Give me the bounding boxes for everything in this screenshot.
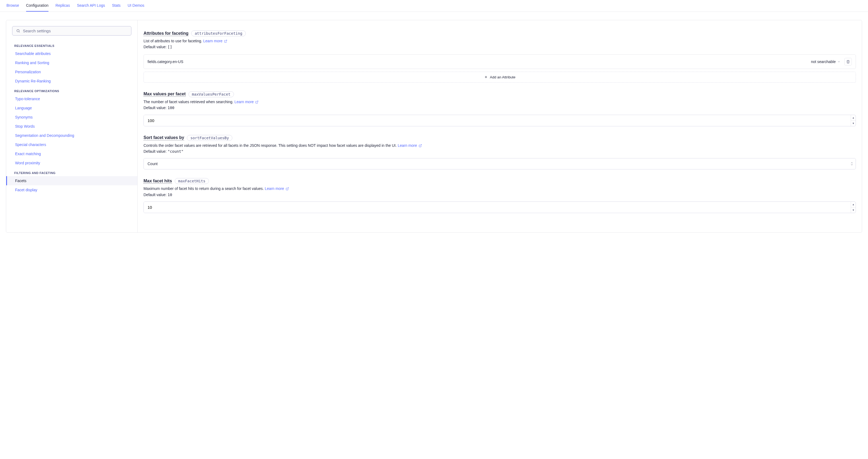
learn-more-link[interactable]: Learn more <box>203 39 227 43</box>
tab-replicas[interactable]: Replicas <box>56 0 70 11</box>
layout: RELEVANCE ESSENTIALS Searchable attribut… <box>6 20 862 233</box>
delete-attribute-button[interactable] <box>844 58 852 65</box>
sort-facet-value: Count <box>144 158 848 169</box>
tab-search-api-logs[interactable]: Search API Logs <box>77 0 105 11</box>
setting-max-values-per-facet: Max values per facet maxValuesPerFacet T… <box>144 91 856 126</box>
number-stepper[interactable]: ▲ ▼ <box>851 115 856 126</box>
sidebar-heading: RELEVANCE ESSENTIALS <box>6 40 137 49</box>
sidebar-item-dynamic-reranking[interactable]: Dynamic Re-Ranking <box>6 76 137 86</box>
sidebar-item-typo-tolerance[interactable]: Typo-tolerance <box>6 94 137 103</box>
search-settings-input[interactable] <box>23 29 127 33</box>
sidebar-item-searchable-attributes[interactable]: Searchable attributes <box>6 49 137 58</box>
svg-line-5 <box>256 101 258 102</box>
stepper-up-icon[interactable]: ▲ <box>851 202 856 207</box>
number-stepper[interactable]: ▲ ▼ <box>851 202 856 213</box>
svg-line-2 <box>225 40 227 42</box>
setting-desc: The number of facet values retrieved whe… <box>144 100 234 104</box>
setting-attributes-for-faceting: Attributes for faceting attributesForFac… <box>144 30 856 83</box>
setting-code: maxFacetHits <box>175 178 209 184</box>
setting-max-facet-hits: Max facet hits maxFacetHits Maximum numb… <box>144 178 856 213</box>
tab-browse[interactable]: Browse <box>6 0 19 11</box>
default-value: "count" <box>168 149 184 154</box>
chevron-down-icon <box>837 60 841 63</box>
default-label: Default value: <box>144 192 167 197</box>
setting-code: maxValuesPerFacet <box>188 91 234 97</box>
default-label: Default value: <box>144 105 167 110</box>
max-facet-hits-input[interactable] <box>144 202 851 213</box>
default-value: [] <box>168 45 172 49</box>
select-caret-icon <box>848 158 856 169</box>
search-icon <box>16 29 20 33</box>
setting-title: Max values per facet <box>144 92 186 97</box>
max-facet-hits-input-wrap: ▲ ▼ <box>144 202 856 213</box>
sidebar-heading: RELEVANCE OPTIMIZATIONS <box>6 86 137 94</box>
attribute-row: fields.category.en-US not searchable <box>144 54 856 69</box>
max-values-input[interactable] <box>144 115 851 126</box>
svg-line-1 <box>19 32 20 32</box>
search-settings-box[interactable] <box>12 26 131 36</box>
sidebar-item-exact-matching[interactable]: Exact matching <box>6 149 137 158</box>
learn-more-link[interactable]: Learn more <box>265 186 289 191</box>
default-value: 10 <box>168 192 172 197</box>
main-content: Attributes for faceting attributesForFac… <box>137 20 862 233</box>
setting-desc: Maximum number of facet hits to return d… <box>144 186 264 191</box>
default-label: Default value: <box>144 45 167 49</box>
sidebar-item-special-characters[interactable]: Special characters <box>6 140 137 149</box>
sidebar-item-stop-words[interactable]: Stop Words <box>6 122 137 131</box>
learn-more-link[interactable]: Learn more <box>398 143 422 148</box>
setting-code: sortFacetValuesBy <box>187 135 232 141</box>
trash-icon <box>846 60 850 64</box>
top-tabs: Browse Configuration Replicas Search API… <box>0 0 868 12</box>
sidebar-item-facet-display[interactable]: Facet display <box>6 185 137 194</box>
default-value: 100 <box>168 105 175 110</box>
setting-title: Max facet hits <box>144 179 172 184</box>
sidebar-item-synonyms[interactable]: Synonyms <box>6 113 137 122</box>
setting-desc: List of attributes to use for faceting. <box>144 39 202 43</box>
svg-point-0 <box>17 30 20 32</box>
setting-sort-facet-values-by: Sort facet values by sortFacetValuesBy C… <box>144 135 856 170</box>
sidebar-item-personalization[interactable]: Personalization <box>6 67 137 76</box>
sidebar-item-word-proximity[interactable]: Word proximity <box>6 158 137 167</box>
default-label: Default value: <box>144 149 167 154</box>
sidebar-item-facets[interactable]: Facets <box>6 176 137 185</box>
tab-configuration[interactable]: Configuration <box>26 0 49 11</box>
add-attribute-button[interactable]: Add an Attribute <box>144 72 856 83</box>
stepper-down-icon[interactable]: ▼ <box>851 121 856 126</box>
stepper-down-icon[interactable]: ▼ <box>851 207 856 213</box>
sidebar-item-language[interactable]: Language <box>6 103 137 113</box>
attribute-searchable-select[interactable]: not searchable <box>811 60 841 64</box>
max-values-input-wrap: ▲ ▼ <box>144 115 856 126</box>
tab-ui-demos[interactable]: UI Demos <box>128 0 144 11</box>
tab-stats[interactable]: Stats <box>112 0 121 11</box>
sidebar-item-ranking-sorting[interactable]: Ranking and Sorting <box>6 58 137 67</box>
stepper-up-icon[interactable]: ▲ <box>851 115 856 121</box>
sidebar: RELEVANCE ESSENTIALS Searchable attribut… <box>6 20 137 233</box>
setting-code: attributesForFaceting <box>191 30 246 36</box>
sidebar-item-segmentation-decompounding[interactable]: Segmentation and Decompounding <box>6 131 137 140</box>
learn-more-link[interactable]: Learn more <box>235 100 258 104</box>
plus-icon <box>484 75 488 79</box>
attribute-name: fields.category.en-US <box>148 60 811 64</box>
svg-line-6 <box>420 144 422 146</box>
svg-line-7 <box>287 188 289 189</box>
sidebar-heading: FILTERING AND FACETING <box>6 167 137 176</box>
setting-title: Attributes for faceting <box>144 31 188 36</box>
sort-facet-select[interactable]: Count <box>144 158 856 170</box>
setting-desc: Controls the order facet values are retr… <box>144 143 397 148</box>
setting-title: Sort facet values by <box>144 135 184 140</box>
